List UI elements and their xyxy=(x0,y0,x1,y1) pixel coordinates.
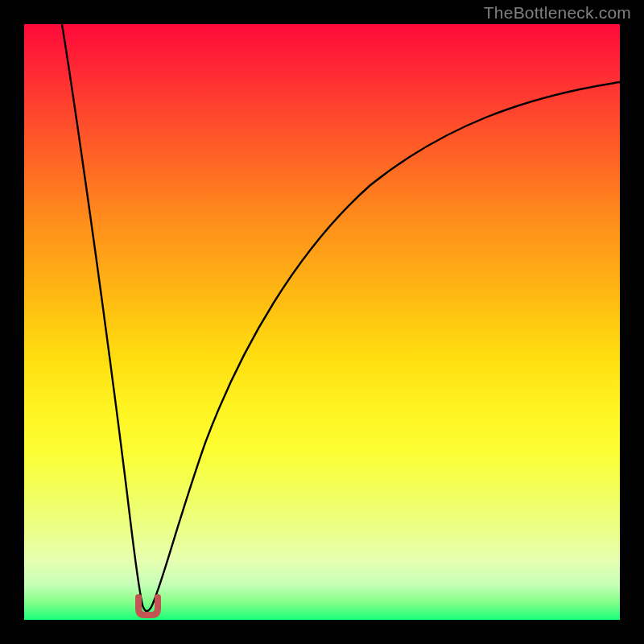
curve-svg xyxy=(24,24,620,620)
bottleneck-curve xyxy=(62,24,620,611)
optimal-marker-icon xyxy=(138,597,158,615)
chart-frame: TheBottleneck.com xyxy=(0,0,644,644)
plot-area xyxy=(24,24,620,620)
watermark-text: TheBottleneck.com xyxy=(484,3,631,23)
